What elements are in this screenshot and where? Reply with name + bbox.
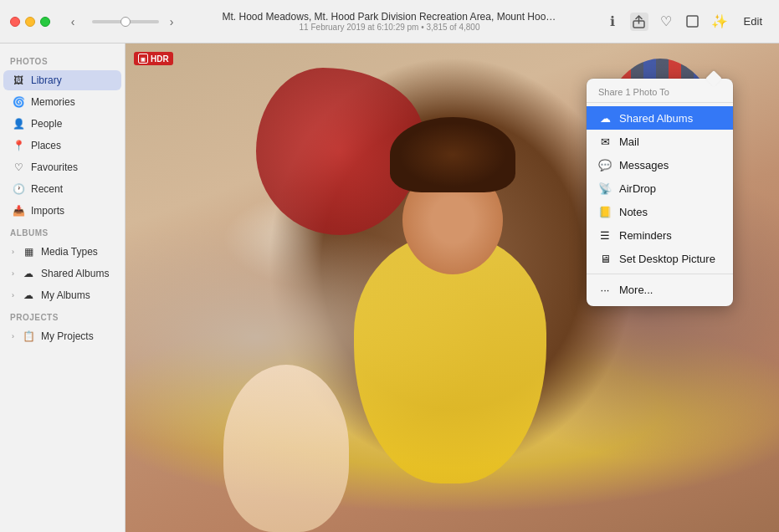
share-item-mail[interactable]: ✉ Mail xyxy=(587,130,733,153)
sidebar-item-favourites[interactable]: ♡ Favourites xyxy=(3,157,121,177)
nav-controls: ‹ › xyxy=(64,13,181,31)
messages-label: Messages xyxy=(619,159,669,171)
share-button[interactable] xyxy=(630,13,648,31)
my-projects-icon: 📋 xyxy=(22,330,35,343)
reminders-label: Reminders xyxy=(619,229,672,242)
share-item-reminders[interactable]: ☰ Reminders xyxy=(587,223,733,247)
edit-button[interactable]: Edit xyxy=(737,13,769,30)
sidebar-item-people[interactable]: 👤 People xyxy=(3,114,121,134)
reminders-icon: ☰ xyxy=(598,228,612,242)
photo-area: ▣ HDR Share 1 Photo To ☁ Shared Albums ✉… xyxy=(126,43,779,532)
title-center: Mt. Hood Meadows, Mt. Hood Park Division… xyxy=(223,11,557,32)
library-icon: 🖼 xyxy=(12,74,25,87)
messages-icon: 💬 xyxy=(598,158,612,171)
sidebar: Photos 🖼 Library 🌀 Memories 👤 People 📍 P… xyxy=(0,43,126,532)
shared-albums-label: Shared Albums xyxy=(41,268,109,279)
projects-section-label: Projects xyxy=(0,306,125,325)
expand-icon-4: › xyxy=(12,332,14,340)
info-button[interactable]: ℹ xyxy=(603,13,622,31)
airdrop-label: AirDrop xyxy=(619,182,656,195)
imports-icon: 📥 xyxy=(12,204,25,217)
sidebar-item-recent[interactable]: 🕐 Recent xyxy=(3,179,121,199)
hdr-badge: ▣ HDR xyxy=(134,52,173,65)
people-icon: 👤 xyxy=(12,117,25,130)
share-item-notes[interactable]: 📒 Notes xyxy=(587,200,733,223)
rotate-button[interactable] xyxy=(684,13,702,31)
share-item-airdrop[interactable]: 📡 AirDrop xyxy=(587,176,733,200)
forward-button[interactable]: › xyxy=(162,13,181,31)
sidebar-item-library[interactable]: 🖼 Library xyxy=(3,70,121,90)
shared-albums-menu-label: Shared Albums xyxy=(619,112,693,125)
memories-label: Memories xyxy=(31,96,75,108)
photo-subtitle: 11 February 2019 at 6:10:29 pm • 3,815 o… xyxy=(223,23,557,32)
close-button[interactable] xyxy=(10,17,20,27)
expand-icon: › xyxy=(12,248,14,256)
set-desktop-label: Set Desktop Picture xyxy=(619,253,715,265)
airdrop-icon: 📡 xyxy=(598,182,612,195)
my-albums-icon: ☁ xyxy=(22,289,35,302)
more-label: More... xyxy=(619,284,653,296)
photos-section-label: Photos xyxy=(0,50,125,69)
recent-label: Recent xyxy=(31,183,63,195)
heart-button[interactable]: ♡ xyxy=(657,13,675,31)
back-button[interactable]: ‹ xyxy=(64,13,82,31)
share-item-set-desktop[interactable]: 🖥 Set Desktop Picture xyxy=(587,247,733,270)
recent-icon: 🕐 xyxy=(12,182,25,196)
sidebar-item-places[interactable]: 📍 Places xyxy=(3,136,121,156)
traffic-lights xyxy=(10,17,50,27)
sidebar-item-my-albums[interactable]: › ☁ My Albums xyxy=(3,285,121,305)
favourites-icon: ♡ xyxy=(12,161,25,174)
toolbar-right: ℹ ♡ ✨ Edit xyxy=(603,13,769,31)
svg-rect-1 xyxy=(687,16,698,27)
places-icon: 📍 xyxy=(12,139,25,152)
shared-albums-icon: ☁ xyxy=(22,267,35,280)
main-area: Photos 🖼 Library 🌀 Memories 👤 People 📍 P… xyxy=(0,43,779,532)
sidebar-item-memories[interactable]: 🌀 Memories xyxy=(3,92,121,112)
expand-icon-2: › xyxy=(12,269,14,278)
share-item-more[interactable]: ··· More... xyxy=(587,278,733,301)
media-types-label: Media Types xyxy=(41,246,98,258)
share-item-shared-albums[interactable]: ☁ Shared Albums xyxy=(587,106,733,130)
dropdown-title: Share 1 Photo To xyxy=(587,84,733,103)
expand-icon-3: › xyxy=(12,291,14,299)
albums-section-label: Albums xyxy=(0,222,125,241)
share-item-messages[interactable]: 💬 Messages xyxy=(587,153,733,176)
my-projects-label: My Projects xyxy=(41,330,94,342)
dropdown-separator xyxy=(587,274,733,274)
sidebar-item-my-projects[interactable]: › 📋 My Projects xyxy=(3,326,121,346)
notes-label: Notes xyxy=(619,206,648,218)
notes-icon: 📒 xyxy=(598,205,612,218)
minimize-button[interactable] xyxy=(25,17,35,27)
shared-albums-menu-icon: ☁ xyxy=(598,111,612,125)
sidebar-item-imports[interactable]: 📥 Imports xyxy=(3,201,121,221)
places-label: Places xyxy=(31,140,61,151)
maximize-button[interactable] xyxy=(40,17,50,27)
my-albums-label: My Albums xyxy=(41,289,90,301)
sidebar-item-shared-albums[interactable]: › ☁ Shared Albums xyxy=(3,263,121,284)
hdr-text: HDR xyxy=(151,54,169,64)
imports-label: Imports xyxy=(31,205,64,217)
share-dropdown: Share 1 Photo To ☁ Shared Albums ✉ Mail … xyxy=(587,79,733,306)
photo-title: Mt. Hood Meadows, Mt. Hood Park Division… xyxy=(223,11,557,23)
sidebar-item-media-types[interactable]: › ▦ Media Types xyxy=(3,242,121,262)
magic-button[interactable]: ✨ xyxy=(710,13,729,31)
mail-label: Mail xyxy=(619,136,639,148)
media-types-icon: ▦ xyxy=(22,245,35,258)
hdr-icon: ▣ xyxy=(138,54,148,64)
favourites-label: Favourites xyxy=(31,161,78,173)
mail-icon: ✉ xyxy=(598,135,612,148)
more-icon: ··· xyxy=(598,283,612,296)
set-desktop-icon: 🖥 xyxy=(598,252,612,265)
photo-slider[interactable] xyxy=(92,20,159,23)
memories-icon: 🌀 xyxy=(12,95,25,109)
people-label: People xyxy=(31,118,62,130)
library-label: Library xyxy=(31,74,62,86)
title-bar: ‹ › Mt. Hood Meadows, Mt. Hood Park Divi… xyxy=(0,0,779,43)
